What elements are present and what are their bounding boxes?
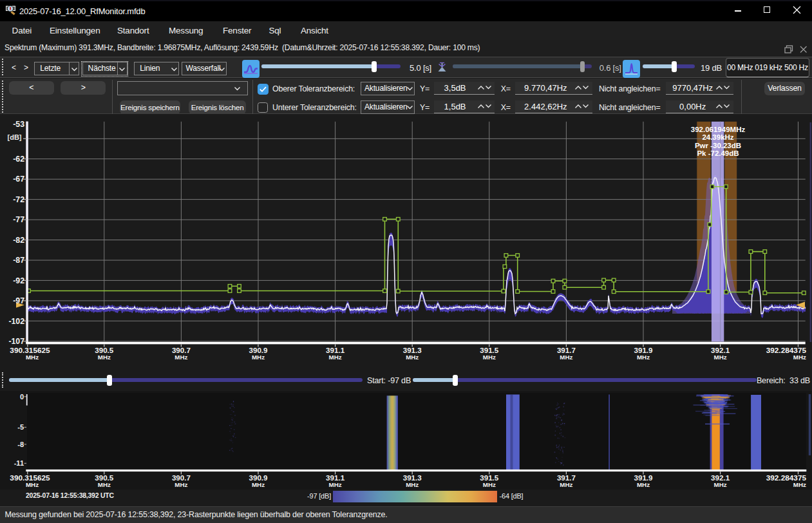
- svg-text:MHz: MHz: [175, 481, 187, 488]
- svg-text:[dB]: [dB]: [8, 133, 22, 141]
- svg-text:-11: -11: [14, 459, 24, 467]
- svg-text:MHz: MHz: [26, 481, 39, 488]
- svg-text:MHz: MHz: [637, 354, 650, 361]
- svg-text:MHz: MHz: [98, 481, 111, 488]
- svg-text:-102: -102: [8, 317, 24, 326]
- svg-text:-72: -72: [13, 195, 24, 204]
- svg-text:Pwr -30.23dB: Pwr -30.23dB: [695, 142, 741, 149]
- svg-text:MHz: MHz: [714, 354, 727, 361]
- svg-text:MHz: MHz: [406, 481, 419, 488]
- svg-text:-62: -62: [13, 155, 24, 164]
- svg-text:MHz: MHz: [98, 354, 111, 361]
- svg-text:24.39kHz: 24.39kHz: [702, 133, 733, 141]
- svg-text:-8: -8: [17, 441, 24, 448]
- svg-text:-92: -92: [13, 276, 24, 285]
- svg-text:MHz: MHz: [406, 354, 419, 361]
- svg-text:-82: -82: [13, 236, 24, 245]
- svg-text:-77: -77: [13, 215, 24, 224]
- svg-text:MHz: MHz: [483, 354, 496, 361]
- svg-text:-67: -67: [13, 175, 24, 184]
- svg-text:392.061949MHz: 392.061949MHz: [691, 126, 746, 133]
- svg-text:MHz: MHz: [637, 481, 650, 488]
- svg-text:-107: -107: [8, 337, 24, 346]
- svg-text:MHz: MHz: [793, 481, 806, 488]
- svg-text:MHz: MHz: [483, 481, 496, 488]
- svg-text:MHz: MHz: [560, 354, 572, 361]
- svg-text:MHz: MHz: [252, 354, 265, 361]
- svg-text:MHz: MHz: [175, 354, 187, 361]
- svg-text:-53: -53: [13, 120, 24, 129]
- svg-text:MHz: MHz: [329, 354, 342, 361]
- svg-text:MHz: MHz: [793, 354, 806, 361]
- svg-text:-87: -87: [13, 256, 24, 265]
- svg-text:MHz: MHz: [26, 354, 39, 361]
- svg-text:MHz: MHz: [560, 481, 572, 488]
- svg-text:MHz: MHz: [714, 481, 727, 488]
- svg-text:-5: -5: [17, 423, 24, 431]
- svg-text:Pk -72.49dB: Pk -72.49dB: [697, 149, 739, 157]
- svg-text:0: 0: [20, 393, 24, 401]
- svg-text:MHz: MHz: [329, 481, 342, 488]
- svg-text:MHz: MHz: [252, 481, 265, 488]
- svg-text:-97: -97: [13, 296, 24, 305]
